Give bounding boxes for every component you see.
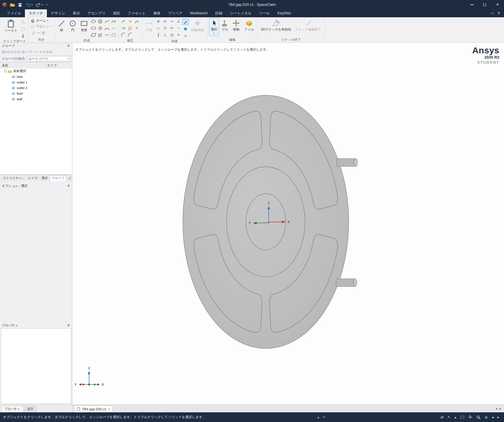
sweep-arc-icon[interactable] <box>110 25 117 31</box>
toolbar-overflow-icon[interactable]: ▾ <box>46 3 47 6</box>
perpendicular-constraint-icon[interactable]: ⊥ <box>162 32 168 38</box>
remove-constraint-icon[interactable]: × <box>175 32 182 38</box>
plan-view-button[interactable]: 平面ビュー <box>30 24 53 29</box>
undo-button[interactable]: ▾ <box>25 2 33 7</box>
line-button[interactable]: 線 <box>56 18 67 33</box>
select-mode-icon[interactable]: ↖ <box>447 415 451 419</box>
angle-constraint-icon[interactable]: ∠ <box>175 18 182 24</box>
panel-tab-groups[interactable]: グループ <box>50 175 66 181</box>
tree-collapse-icon[interactable]: − <box>4 70 7 72</box>
outlet-pipe-top[interactable] <box>337 159 357 166</box>
point-icon[interactable] <box>104 32 110 38</box>
pull-button[interactable]: プル <box>219 18 230 33</box>
status-scroll-right-icon[interactable]: ▸ <box>497 415 499 419</box>
copy-icon[interactable] <box>20 26 26 32</box>
help-icon[interactable]: ? <box>498 11 500 16</box>
center-circle-icon[interactable] <box>97 18 103 24</box>
pin-icon[interactable] <box>67 324 70 327</box>
save-icon[interactable] <box>18 3 22 7</box>
construction-plane-icon[interactable] <box>110 32 117 38</box>
home-dropdown-icon[interactable]: ▾ <box>47 19 48 22</box>
paste-button[interactable]: ペースト <box>3 18 19 34</box>
document-close-icon[interactable]: × <box>108 407 110 411</box>
create-parameter-button[interactable]: パラメータを作成 <box>22 50 52 54</box>
tree-root-row[interactable]: − 名前選択 <box>0 68 72 74</box>
pin-icon[interactable] <box>67 44 70 47</box>
tab-keyshot[interactable]: KeyShot <box>274 9 294 17</box>
expand-status-icon[interactable] <box>322 416 325 419</box>
tab-tools[interactable]: ツール <box>255 9 274 17</box>
zoom-constraint-icon[interactable]: ⊕ <box>155 18 161 24</box>
home-view-button[interactable]: ホーム ▾ <box>30 18 49 23</box>
model-canvas[interactable]: Z X Y Z Y X <box>72 43 504 404</box>
sketch-grid-icon[interactable] <box>40 30 47 36</box>
corner-trim-icon[interactable]: × <box>134 25 140 31</box>
bottom-tab-properties[interactable]: プロパティ <box>1 406 23 412</box>
pin-icon[interactable] <box>67 184 70 188</box>
document-tab[interactable]: TB4 gap D20 v1 × <box>74 406 113 412</box>
constraint-indicator-icon[interactable] <box>182 26 189 32</box>
maximize-button[interactable] <box>478 0 491 9</box>
panel-tab-selection[interactable]: 選択 <box>40 176 49 181</box>
slot-icon[interactable] <box>90 25 97 31</box>
circle-button[interactable]: 円 <box>67 18 78 33</box>
tab-prepare[interactable]: プリペア <box>164 9 186 17</box>
outlet-pipe-bottom[interactable] <box>336 279 357 287</box>
rectangle-button[interactable]: 矩形 <box>79 18 90 33</box>
bottom-tab-display[interactable]: 表示 <box>24 406 37 412</box>
curve-icon[interactable] <box>110 18 117 24</box>
tangent-constraint-icon[interactable]: ~ <box>175 25 182 31</box>
up-orientation-icon[interactable]: ▴ <box>454 415 457 419</box>
auto-constraint-button[interactable]: 自動拘束 <box>189 18 206 33</box>
split-curve-icon[interactable] <box>127 25 133 31</box>
trim-away-icon[interactable] <box>120 18 127 24</box>
show-constraints-toggle[interactable] <box>182 19 189 25</box>
minimize-button[interactable] <box>465 0 478 9</box>
tab-detail[interactable]: 詳細 <box>212 9 226 17</box>
panel-tab-layers[interactable]: レイヤ <box>26 176 39 181</box>
select-dropdown-icon[interactable]: ▾ <box>213 32 214 35</box>
tab-assembly[interactable]: アセンブリ <box>84 9 109 17</box>
tangent-circle-icon[interactable] <box>97 32 103 38</box>
fill-button[interactable]: フィル <box>242 18 256 33</box>
tree-item-inlet[interactable]: inlet <box>0 74 72 79</box>
tab-scroll-left-icon[interactable]: ◂ <box>496 407 497 411</box>
cut-icon[interactable] <box>20 19 26 25</box>
fillet-corner-icon[interactable] <box>120 32 127 38</box>
column-name[interactable]: 名前 <box>0 62 45 68</box>
delete-curve-icon[interactable]: × <box>127 18 133 24</box>
disc-body[interactable] <box>183 95 349 348</box>
triad-tool-icon[interactable] <box>468 415 472 419</box>
select-button[interactable]: 選択 ▾ <box>209 18 219 36</box>
sphere-view-icon[interactable]: ◉ <box>485 415 488 419</box>
sketch-sheet-icon[interactable] <box>30 30 37 36</box>
enable-3d-sketch-button[interactable]: 3Dスケッチを有効化 <box>259 18 293 33</box>
status-scroll-left-icon[interactable]: ◂ <box>492 415 494 419</box>
tab-measure[interactable]: 測定 <box>109 9 124 17</box>
navigation-triad[interactable]: Z Y X <box>74 366 104 386</box>
tree-item-fluid[interactable]: fluid <box>0 91 72 96</box>
tree-item-outlet1[interactable]: outlet 1 <box>0 79 72 85</box>
coincident-constraint-icon[interactable]: ≡ <box>162 18 168 24</box>
zoom-window-icon[interactable] <box>460 416 464 419</box>
spaceclaim-logo-icon[interactable] <box>2 2 7 7</box>
tree-item-outlet2[interactable]: outlet 2 <box>0 85 72 91</box>
dimension-button[interactable]: 寸法 <box>143 18 154 33</box>
tab-design[interactable]: デザイン <box>47 9 69 17</box>
spline-icon[interactable] <box>104 18 110 24</box>
move-button[interactable]: 移動 <box>231 18 242 33</box>
zoom-tool-icon[interactable] <box>476 415 481 420</box>
undo-dropdown-icon[interactable]: ▾ <box>31 3 33 6</box>
midpoint-constraint-icon[interactable]: ↔ <box>168 25 175 31</box>
tab-repair[interactable]: 修復 <box>149 9 164 17</box>
offset-curve-icon[interactable] <box>134 18 140 24</box>
tab-sketch[interactable]: スケッチ <box>25 9 47 17</box>
panel-tab-structure[interactable]: ストラクチャ... <box>1 176 26 181</box>
parallel-constraint-icon[interactable]: ∥ <box>155 32 161 38</box>
extend-curve-icon[interactable] <box>120 25 127 31</box>
finish-sketch-edit-button[interactable]: スケッチ編集終了 <box>293 18 323 33</box>
tab-workbench[interactable]: Workbench <box>186 9 211 17</box>
equal-constraint-icon[interactable]: = <box>168 18 175 24</box>
clear-constraints-icon[interactable]: × <box>182 33 189 39</box>
redo-dropdown-icon[interactable]: ▾ <box>42 3 43 6</box>
